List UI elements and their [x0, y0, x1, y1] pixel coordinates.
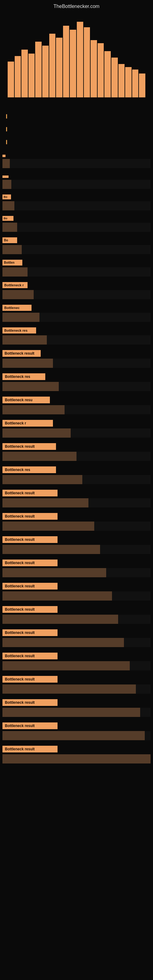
result-bar-background: [2, 180, 151, 189]
upper-label-2: [6, 127, 147, 131]
upper-label-3: [6, 140, 147, 144]
result-item: Bottleneck result: [2, 490, 151, 508]
result-item: Bottlenec: [2, 305, 151, 322]
result-bar-background: [2, 313, 151, 322]
bottleneck-result-label[interactable]: Bottleneck result: [2, 722, 57, 729]
bottleneck-result-label[interactable]: Bo: [2, 194, 11, 199]
upper-labels-area: [0, 110, 153, 144]
bottleneck-result-label[interactable]: Bottleneck result: [2, 443, 56, 450]
result-item: Bottleneck result: [2, 560, 151, 577]
result-bar-fill: [2, 405, 65, 414]
result-item: Bottleneck result: [2, 350, 151, 368]
result-item: Bottleneck result: [2, 652, 151, 670]
result-item: Bottleneck result: [2, 583, 151, 601]
result-bar-background: [2, 661, 151, 670]
result-bar-background: [2, 475, 151, 484]
bottleneck-result-label[interactable]: Bottleneck res: [2, 466, 56, 473]
chart-bar: [139, 73, 145, 97]
bottleneck-result-label[interactable]: Bottleneck result: [2, 606, 57, 613]
result-bar-background: [2, 223, 151, 232]
bottleneck-result-label[interactable]: Bottleneck result: [2, 746, 57, 752]
result-item: Bottleneck result: [2, 699, 151, 717]
bottleneck-result-label[interactable]: Bottleneck r: [2, 282, 27, 288]
result-bar-fill: [2, 591, 112, 601]
result-bar-background: [2, 522, 151, 531]
result-bar-background: [2, 731, 151, 740]
bottleneck-result-label[interactable]: Bottlen: [2, 260, 22, 266]
bottleneck-result-label[interactable]: Bottleneck res: [2, 328, 36, 334]
result-bar-background: [2, 428, 151, 438]
bottleneck-result-label[interactable]: Bottleneck result: [2, 490, 57, 496]
bottleneck-result-label[interactable]: Bottleneck result: [2, 350, 41, 357]
result-bar-fill: [2, 180, 11, 189]
chart-bar: [104, 51, 111, 97]
chart-bar: [56, 38, 62, 97]
bottleneck-result-label[interactable]: B: [2, 175, 9, 178]
result-item: B: [2, 173, 151, 189]
bottleneck-result-label[interactable]: Bottleneck r: [2, 420, 53, 426]
chart-bar: [77, 22, 83, 97]
result-item: Bottleneck result: [2, 746, 151, 764]
result-bar-background: [2, 545, 151, 554]
label-marker: [6, 127, 7, 131]
result-item: Bo: [2, 216, 151, 232]
result-bar-fill: [2, 201, 14, 210]
bottleneck-result-label[interactable]: Bottleneck result: [2, 536, 57, 543]
result-bar-background: [2, 201, 151, 210]
bottleneck-result-label[interactable]: Bo: [2, 237, 17, 243]
result-bar-fill: [2, 522, 94, 531]
result-bar-background: [2, 615, 151, 624]
bottleneck-result-label[interactable]: Bottlenec: [2, 305, 32, 311]
chart-bar: [29, 54, 35, 97]
label-marker: [6, 114, 7, 119]
result-bar-fill: [2, 708, 140, 717]
bottleneck-result-label[interactable]: Bottleneck result: [2, 513, 57, 520]
result-item: Bottleneck resu: [2, 396, 151, 414]
result-bar-fill: [2, 615, 118, 624]
result-bar-background: [2, 498, 151, 508]
result-bar-fill: [2, 267, 27, 277]
result-bar-fill: [2, 428, 71, 438]
result-bar-fill: [2, 545, 100, 554]
result-bar-background: [2, 159, 151, 168]
result-bar-background: [2, 708, 151, 717]
chart-bar: [97, 43, 104, 97]
result-bar-fill: [2, 223, 17, 232]
result-item: Bottleneck result: [2, 606, 151, 624]
bottleneck-result-label[interactable]: Bottleneck result: [2, 699, 57, 706]
result-bar-background: [2, 638, 151, 647]
chart-bar: [35, 41, 41, 97]
result-bar-background: [2, 754, 151, 764]
chart-bar: [49, 34, 56, 97]
result-bar-background: [2, 568, 151, 577]
bottleneck-result-label[interactable]: Bottleneck resu: [2, 396, 50, 403]
chart-bar: [112, 57, 118, 97]
bottleneck-result-label[interactable]: Bottleneck result: [2, 652, 57, 659]
result-item: Bottleneck res: [2, 466, 151, 484]
chart-bar: [118, 64, 125, 97]
result-item: Bottleneck r: [2, 282, 151, 299]
result-bar-fill: [2, 245, 22, 254]
bottleneck-result-label[interactable]: Bo: [2, 216, 13, 221]
chart-bar: [21, 49, 28, 97]
result-item: Bottleneck result: [2, 536, 151, 554]
result-bar-fill: [2, 382, 59, 391]
bottleneck-result-label[interactable]: Bottleneck result: [2, 583, 57, 590]
chart-bar: [63, 26, 70, 97]
bottleneck-result-label[interactable]: Bottleneck result: [2, 629, 57, 636]
site-title: TheBottlenecker.com: [0, 0, 153, 12]
bottleneck-result-label[interactable]: B: [2, 155, 5, 157]
bottleneck-result-label[interactable]: Bottleneck result: [2, 676, 57, 682]
result-bar-background: [2, 684, 151, 694]
bottleneck-result-label[interactable]: Bottleneck res: [2, 373, 45, 380]
result-bar-fill: [2, 313, 40, 322]
results-container: BBBoBoBoBottlenBottleneck rBottlenecBott…: [0, 153, 153, 764]
result-bar-fill: [2, 754, 151, 764]
result-item: Bottleneck result: [2, 629, 151, 647]
result-bar-background: [2, 591, 151, 601]
result-bar-fill: [2, 498, 88, 508]
result-item: Bottleneck result: [2, 676, 151, 694]
result-bar-background: [2, 452, 151, 461]
result-bar-background: [2, 359, 151, 368]
bottleneck-result-label[interactable]: Bottleneck result: [2, 560, 57, 566]
